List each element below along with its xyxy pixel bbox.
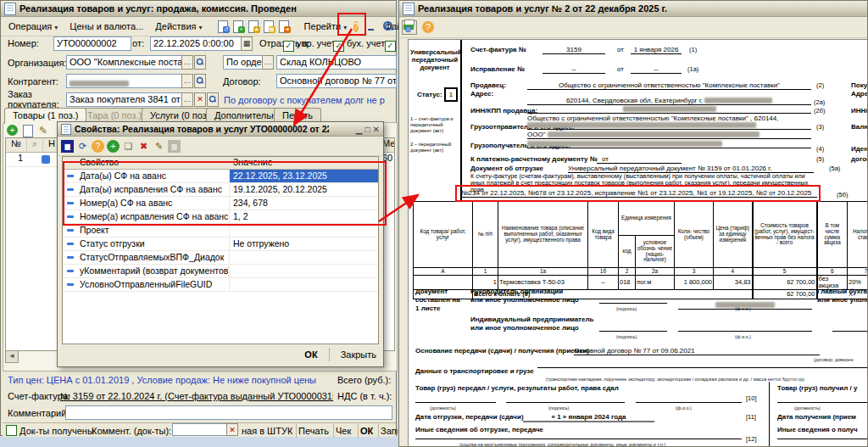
comment-docs-label: Коммент. (док-ты): bbox=[92, 426, 171, 436]
property-row[interactable]: Статус отгрузкиНе отгружено bbox=[63, 237, 378, 251]
seller-inn-value bbox=[527, 105, 811, 114]
print-icon[interactable]: ◎ bbox=[402, 20, 417, 35]
price-type-info[interactable]: Тип цен: ЦЕНА с 01.01.2019 , Условие про… bbox=[8, 375, 316, 385]
save-icon[interactable]: ▆ bbox=[61, 140, 74, 153]
comment-docs-input[interactable] bbox=[172, 423, 228, 436]
date-input[interactable]: 22.12.2025 0:00:00 bbox=[150, 36, 243, 51]
minimize-icon[interactable]: ▁ bbox=[356, 125, 363, 134]
seller-value: Общество с ограниченной ответственностью… bbox=[527, 81, 811, 90]
operation-menu[interactable]: Операция ▾ bbox=[3, 20, 63, 33]
ok-button[interactable]: ОК bbox=[360, 426, 373, 436]
add-property-icon[interactable]: + bbox=[107, 140, 120, 153]
property-row[interactable]: уКомментарий (возврат документов) bbox=[63, 265, 378, 278]
shipdoc-label: Документ об отгрузке bbox=[470, 165, 543, 172]
print-button[interactable]: Печать bbox=[298, 426, 329, 436]
copy-property-icon[interactable]: ❏ bbox=[122, 140, 135, 153]
customer-order-clear-button[interactable]: ✕ bbox=[194, 92, 206, 107]
by-order-select-button[interactable]: … bbox=[262, 55, 274, 70]
property-row[interactable]: Номер(а) исправления СФ на аванс1, 2 bbox=[63, 210, 378, 224]
grid-icon-header[interactable]: ⌕ bbox=[27, 138, 43, 152]
property-row[interactable]: СтатусОтправляемыхВПФ_Диадок bbox=[63, 251, 378, 265]
properties-dialog-titlebar[interactable]: Свойства: Реализация товаров и услуг УТО… bbox=[58, 122, 383, 137]
dialog-ok-button[interactable]: ОК bbox=[304, 349, 317, 360]
payment-doc-label: К платежно-расчетному документу № bbox=[470, 155, 598, 163]
reread-icon[interactable]: ↺ bbox=[216, 20, 230, 33]
document-window-titlebar[interactable]: Реализация товаров и услуг: продажа, ком… bbox=[1, 1, 396, 17]
grid-month-value[interactable]: 60 bbox=[382, 153, 394, 166]
properties-dialog-title: Свойства: Реализация товаров и услуг УТО… bbox=[75, 124, 329, 134]
refresh-icon[interactable]: + bbox=[231, 20, 245, 33]
contract-label: Договор: bbox=[223, 76, 261, 87]
cut-buyer-label: Покупа bbox=[851, 81, 868, 89]
document-window: Реализация товаров и услуг: продажа, ком… bbox=[0, 0, 397, 436]
print-form-toolbar: ◎ ? bbox=[399, 17, 867, 38]
customer-order-open-button[interactable] bbox=[207, 92, 219, 107]
items-table: Код товара/ работ, услуг № п/п Наименова… bbox=[413, 201, 868, 299]
customer-order-input[interactable]: Заказ покупателя 3841 от 08.10.2 bbox=[66, 92, 183, 107]
comment-input[interactable] bbox=[65, 405, 392, 420]
dialog-close-button[interactable]: Закрыть bbox=[341, 349, 376, 360]
property-row[interactable]: Проект bbox=[63, 224, 378, 237]
warehouse-input[interactable]: Склад КОЛЬЦОВО bbox=[276, 55, 397, 70]
properties-grid: Свойство Значение Дата(ы) СФ на аванс22.… bbox=[62, 156, 379, 344]
contractor-input[interactable] bbox=[66, 74, 183, 88]
value-column-header[interactable]: Значение bbox=[230, 157, 378, 169]
units-button[interactable]: ная в ШТУКАХ bbox=[242, 426, 292, 436]
add-row-icon[interactable]: + bbox=[7, 125, 18, 136]
by-order-input[interactable]: По ордеру bbox=[223, 55, 264, 70]
go-to-menu[interactable]: Перейти ▾ bbox=[299, 20, 353, 33]
edit-property-icon[interactable]: ✎ bbox=[153, 140, 165, 153]
grid-row-number[interactable]: 1 bbox=[6, 153, 26, 166]
organization-open-button[interactable] bbox=[194, 55, 206, 70]
other-ship-label: Иные сведения об отгрузке, передаче bbox=[415, 426, 543, 433]
transport-label: Данные о транспортировке и грузе bbox=[415, 367, 534, 375]
customer-order-select-button[interactable]: … bbox=[181, 92, 193, 107]
grid-number-header[interactable]: № bbox=[6, 138, 27, 152]
hscroll-left-button[interactable]: ◄ bbox=[5, 350, 19, 363]
advance-invoices-line: №234 от 22.12.2025, №678 от 23.12.2025, … bbox=[461, 189, 817, 198]
checkbox-management[interactable]: ✓ упр. учете bbox=[283, 38, 341, 52]
comment-docs-clear-button[interactable]: ✕ bbox=[226, 423, 238, 436]
seller-address-label: Адрес: bbox=[470, 90, 493, 98]
contractor-open-button[interactable] bbox=[194, 74, 206, 88]
organization-select-button[interactable]: … bbox=[181, 55, 193, 70]
number-input[interactable]: УТО00000002 bbox=[53, 36, 131, 51]
property-row[interactable]: УсловноОтправленныйFileGUID bbox=[63, 278, 378, 292]
help-icon[interactable]: ? bbox=[422, 21, 434, 33]
debt-info-link[interactable]: По договору с покупателем долг не р bbox=[224, 95, 385, 105]
structure-icon[interactable]: ▦ bbox=[262, 20, 275, 33]
help-icon[interactable]: ? bbox=[353, 21, 359, 32]
delete-property-icon[interactable]: ✖ bbox=[137, 140, 150, 153]
checkbox-accounting[interactable]: ✓ бух. учете bbox=[333, 38, 390, 52]
contract-input[interactable]: Основной договор № 77 от 09.06 bbox=[276, 74, 397, 88]
ship-date-value: « 1 » января 2024 года bbox=[523, 413, 654, 422]
refresh-icon[interactable]: ⟳ bbox=[76, 140, 89, 153]
save-button[interactable]: Записа bbox=[381, 426, 398, 436]
calendar-button[interactable]: ▦ bbox=[241, 36, 253, 51]
invoice-link[interactable]: № 3159 от 22.10.2024 г. (Счет-фактура вы… bbox=[60, 391, 333, 401]
organization-input[interactable]: ООО "Комплексные поставки" bbox=[66, 55, 183, 70]
prices-currency-button[interactable]: Цены и валюта... bbox=[64, 20, 148, 33]
checkbox-tax[interactable]: ✓ bbox=[385, 38, 396, 52]
property-row[interactable]: Дата(ы) исправления СФ на аванс19.12.202… bbox=[63, 183, 378, 197]
send-icon[interactable]: ➜ bbox=[277, 20, 291, 33]
column-code-row: А1 1а1б 22а 34 56 7 bbox=[414, 268, 868, 276]
docs-received-checkbox[interactable]: Док-ты получены bbox=[6, 425, 94, 436]
edit-row-icon[interactable]: ✎ bbox=[39, 125, 47, 137]
basis-label: Основание передачи (сдачи) / получения (… bbox=[415, 347, 589, 355]
contractor-select-button[interactable]: … bbox=[181, 74, 193, 88]
print-form-titlebar[interactable]: Реализация товаров и услуг № 2 от 22 дек… bbox=[399, 1, 867, 17]
consignee-value bbox=[527, 140, 811, 148]
status-label: Статус: bbox=[417, 91, 442, 98]
maximize-icon[interactable]: □ bbox=[365, 125, 370, 134]
check-button[interactable]: Чек bbox=[336, 426, 351, 436]
contractor-label: Контрагент: bbox=[8, 76, 58, 87]
copy-icon[interactable]: ★ bbox=[247, 20, 260, 33]
actions-menu[interactable]: Действия ▾ bbox=[150, 20, 207, 33]
property-row[interactable]: Дата(ы) СФ на аванс22.12.2025, 23.12.202… bbox=[63, 170, 378, 183]
property-column-header[interactable]: Свойство bbox=[78, 157, 230, 169]
property-row[interactable]: Номер(а) СФ на аванс234, 678 bbox=[63, 197, 378, 210]
help-icon[interactable]: ? bbox=[92, 140, 104, 153]
close-icon[interactable]: ✕ bbox=[373, 125, 380, 134]
sheets-note: Документ составлен на 1 листе bbox=[415, 288, 465, 313]
